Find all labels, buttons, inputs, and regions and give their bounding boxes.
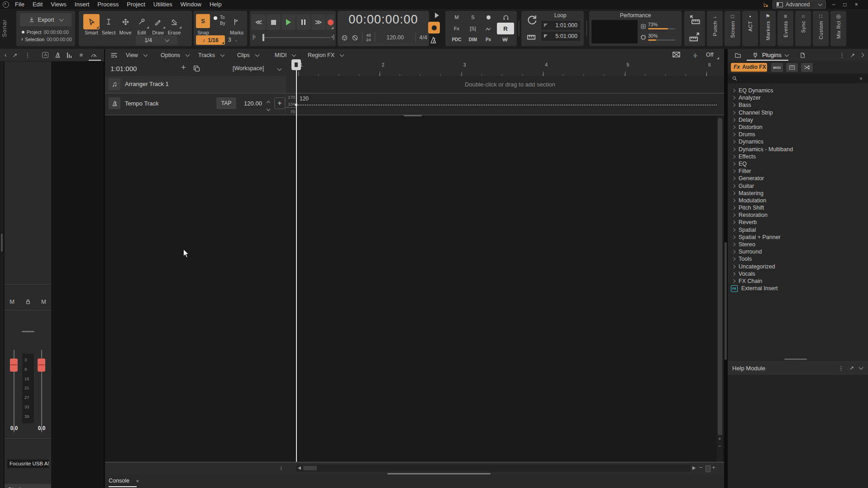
menu-view[interactable]: View <box>126 49 147 61</box>
plug-icon[interactable] <box>752 52 759 59</box>
sync-source-icon[interactable] <box>341 34 348 41</box>
vertical-scrollbar[interactable]: + − <box>717 116 723 462</box>
tempo-value-field[interactable]: 120.00 <box>240 97 266 109</box>
lock-icon[interactable] <box>25 298 31 305</box>
menu-dots-icon[interactable]: ⋮ <box>839 52 845 58</box>
menu-item[interactable]: Edit <box>29 0 47 9</box>
plugin-category-row[interactable]: FX Tools <box>728 255 868 263</box>
undock-icon[interactable]: ↗ <box>13 52 17 58</box>
tool-move-button[interactable] <box>117 14 134 29</box>
plugin-category-row[interactable]: FX Pitch Shift <box>728 204 868 211</box>
close-icon[interactable]: × <box>136 478 139 484</box>
plugin-category-row[interactable]: FX Drums <box>728 131 868 138</box>
arranger-inspector-tab[interactable]: A <box>42 52 48 58</box>
inspector-scrollbar-thumb[interactable] <box>1 234 3 252</box>
tempo-track-name[interactable]: Tempo Track <box>125 100 158 107</box>
plugin-category-row[interactable]: FX Surround <box>728 248 868 255</box>
plugin-category-row[interactable]: FX Effects <box>728 153 868 160</box>
tool-erase-button[interactable] <box>166 14 182 29</box>
folder-icon[interactable] <box>734 52 742 58</box>
global-record-icon[interactable] <box>486 15 491 19</box>
menu-item[interactable]: Project <box>123 0 149 9</box>
menu-item[interactable]: Insert <box>71 0 94 9</box>
transport-slider-track[interactable] <box>262 37 330 38</box>
undock-icon[interactable]: ↗ <box>849 365 854 371</box>
undock-icon[interactable]: ↗ <box>850 52 855 58</box>
arranger-track-header[interactable]: ♫ Arranger Track 1 <box>105 76 285 93</box>
toolbar-module[interactable]: □ Screen <box>725 11 740 46</box>
plugin-category-row[interactable]: FX Uncategorized <box>728 263 868 270</box>
zoom-slider-handle[interactable] <box>706 465 711 472</box>
sample-rate-value[interactable]: 4824 <box>366 33 371 42</box>
now-position-field[interactable]: 1:01:000 <box>110 65 137 72</box>
plugin-category-row[interactable]: FX Vocals <box>728 270 868 277</box>
toolbar-module[interactable]: ≡ Events <box>777 11 793 46</box>
loop-end-field[interactable]: 5:01:000 <box>541 32 580 41</box>
fader-right-thumb[interactable] <box>38 359 45 372</box>
pause-button[interactable] <box>296 14 310 30</box>
transport-slider-thumb[interactable] <box>262 34 264 41</box>
plugin-category-row[interactable]: FX Mastering <box>728 190 868 197</box>
draw-resolution-select[interactable]: 1/4 <box>136 35 177 45</box>
plugin-category-row[interactable]: FX Spatial + Panner <box>728 234 868 241</box>
track-layers-button[interactable] <box>672 51 681 58</box>
stop-button[interactable] <box>267 14 281 30</box>
inspector-scrollbar[interactable] <box>0 62 3 488</box>
plugin-category-row[interactable]: FX Dynamics - Multiband <box>728 146 868 153</box>
plugin-category-row[interactable]: FX Dynamics <box>728 138 868 145</box>
dim-button[interactable]: DIM <box>465 37 481 42</box>
loop-start-field[interactable]: 1:01:000 <box>541 21 580 30</box>
ruler-measure[interactable]: 4 <box>543 61 625 76</box>
plugin-category-row[interactable]: FX Bass <box>728 101 868 109</box>
close-button[interactable]: × <box>853 1 860 8</box>
snap-marks-button[interactable] <box>229 14 243 29</box>
chevron-down-icon[interactable] <box>277 67 282 71</box>
gauge-inspector-tab[interactable] <box>90 52 97 58</box>
plugin-category-row[interactable]: FX Modulation <box>728 197 868 204</box>
fit-selection-icon[interactable] <box>689 32 700 43</box>
export-project-row[interactable]: Project 00:00:00:00 <box>22 29 72 35</box>
pdc-button[interactable]: PDC <box>448 37 465 42</box>
menu-item[interactable]: Help <box>205 0 226 9</box>
record-button[interactable] <box>326 14 334 30</box>
display-selector[interactable]: Display <box>5 484 51 488</box>
dim-solo-icon[interactable] <box>485 26 492 32</box>
vertical-scrollbar-thumb[interactable] <box>718 118 722 435</box>
menu-item[interactable]: Window <box>176 0 205 9</box>
rewind-button[interactable]: ≪ <box>252 14 266 30</box>
px-button[interactable]: Px <box>480 37 496 42</box>
plugin-category-row[interactable]: FX Spatial <box>728 226 868 234</box>
section-resize-handle[interactable] <box>22 331 34 332</box>
play-button[interactable] <box>281 14 296 30</box>
plugin-category-row[interactable]: FX FX Chain <box>728 277 868 285</box>
plugin-category-row[interactable]: FX Generator <box>728 175 868 182</box>
play-list-button[interactable] <box>431 13 443 19</box>
chevron-down-icon[interactable] <box>859 365 863 370</box>
tempo-spin-down[interactable] <box>267 105 270 113</box>
menu-region-fx[interactable]: Region FX <box>308 49 343 61</box>
meter-value[interactable]: 4/4 <box>420 34 427 41</box>
fit-project-icon[interactable] <box>689 14 700 25</box>
toolbar-module[interactable]: ◎ Mix Rcl <box>830 11 846 46</box>
tool-smart-button[interactable] <box>83 14 100 29</box>
zoom-in-h-button[interactable]: + <box>712 464 715 471</box>
toolbar-module[interactable]: ▪ ACT <box>742 11 758 46</box>
menu-tracks[interactable]: Tracks <box>198 49 224 61</box>
arranger-lane[interactable]: Double-click or drag to add section <box>296 76 724 93</box>
list-inspector-tab[interactable]: ≡ <box>79 52 83 58</box>
time-ruler[interactable]: 123456 <box>296 61 724 76</box>
menu-dots-icon[interactable]: ⋮ <box>838 365 844 372</box>
toolbar-module[interactable]: ○ Sync <box>795 11 811 46</box>
horizontal-scrollbar[interactable] <box>296 464 691 472</box>
export-button[interactable]: Export <box>20 13 72 26</box>
punch-record-button[interactable] <box>428 22 440 33</box>
fader-right-value[interactable]: 0.0 <box>33 425 50 431</box>
tempo-inspector-tab[interactable] <box>54 52 61 58</box>
plugin-category-row[interactable]: FX EQ Dynamics <box>728 87 868 94</box>
tempo-value[interactable]: 120.00 <box>379 34 412 41</box>
ruler-measure[interactable]: 5 <box>625 61 706 76</box>
loop-icon[interactable] <box>526 14 538 26</box>
plugin-category-row[interactable]: FX Guitar <box>728 182 868 189</box>
toolbar-module[interactable]: ⚑ Markers <box>760 11 776 46</box>
global-mute-button[interactable]: M <box>448 14 465 20</box>
